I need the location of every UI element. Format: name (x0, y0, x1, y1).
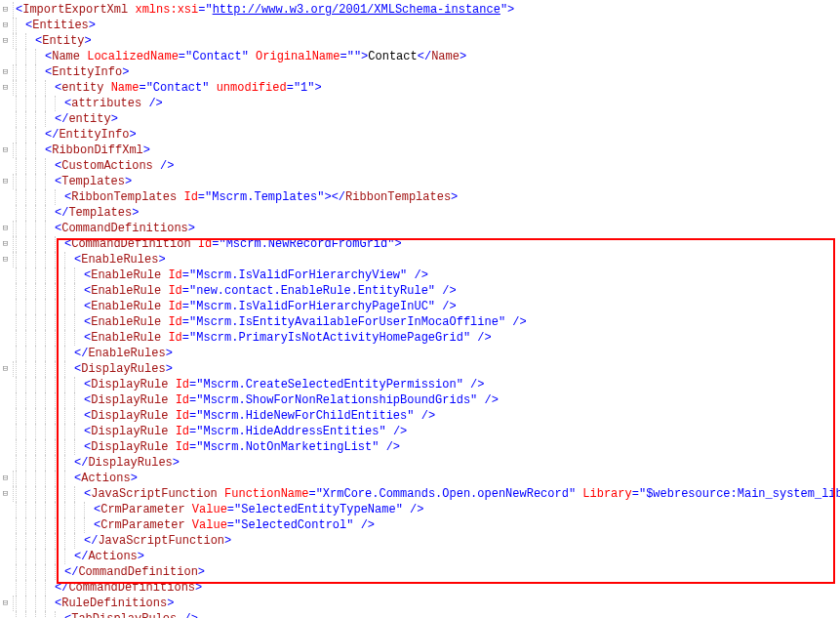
code-line: <attributes /> (0, 96, 840, 111)
xml-code-viewer: ⊟<ImportExportXml xmlns:xsi="http://www.… (0, 2, 840, 618)
fold-gutter[interactable]: ⊟ (0, 80, 14, 96)
code-line: </CommandDefinition> (0, 564, 840, 580)
code-line: <DisplayRule Id="Mscrm.HideNewForChildEn… (0, 408, 840, 424)
code-line: </Actions> (0, 549, 840, 564)
fold-gutter[interactable]: ⊟ (0, 33, 14, 49)
code-line: <EnableRule Id="Mscrm.IsValidForHierarch… (0, 268, 840, 283)
fold-gutter[interactable]: ⊟ (0, 174, 14, 189)
code-line: <EnableRule Id="Mscrm.IsValidForHierarch… (0, 299, 840, 314)
code-line: <RibbonTemplates Id="Mscrm.Templates"></… (0, 189, 840, 205)
code-line: <CrmParameter Value="SelectedEntityTypeN… (0, 502, 840, 517)
code-line: </DisplayRules> (0, 455, 840, 471)
fold-gutter[interactable]: ⊟ (0, 64, 14, 80)
code-line: <DisplayRule Id="Mscrm.ShowForNonRelatio… (0, 392, 840, 408)
fold-gutter[interactable]: ⊟ (0, 486, 14, 502)
fold-gutter[interactable]: ⊟ (0, 2, 14, 18)
code-line: </EntityInfo> (0, 127, 840, 143)
code-line: ⊟<EntityInfo> (0, 64, 840, 80)
code-line: <DisplayRule Id="Mscrm.HideAddressEntiti… (0, 424, 840, 439)
fold-gutter[interactable]: ⊟ (0, 18, 14, 33)
code-line: <EnableRule Id="new.contact.EnableRule.E… (0, 283, 840, 299)
fold-gutter[interactable]: ⊟ (0, 236, 14, 252)
code-line: <EnableRule Id="Mscrm.IsEntityAvailableF… (0, 314, 840, 330)
code-line: <CrmParameter Value="SelectedControl" /> (0, 517, 840, 533)
code-line: <DisplayRule Id="Mscrm.CreateSelectedEnt… (0, 377, 840, 392)
code-line: ⊟<Actions> (0, 471, 840, 486)
code-line: <CustomActions /> (0, 158, 840, 174)
code-line: ⊟<entity Name="Contact" unmodified="1"> (0, 80, 840, 96)
code-line: ⊟<Entities> (0, 18, 840, 33)
fold-gutter[interactable]: ⊟ (0, 143, 14, 158)
fold-gutter[interactable]: ⊟ (0, 596, 14, 611)
code-line: <TabDisplayRules /> (0, 611, 840, 618)
code-line: ⊟<Entity> (0, 33, 840, 49)
fold-gutter[interactable]: ⊟ (0, 252, 14, 268)
code-line: <EnableRule Id="Mscrm.PrimaryIsNotActivi… (0, 330, 840, 346)
fold-gutter[interactable]: ⊟ (0, 471, 14, 486)
code-line: </Templates> (0, 205, 840, 221)
code-line: </EnableRules> (0, 346, 840, 361)
fold-gutter[interactable]: ⊟ (0, 361, 14, 377)
code-line: ⊟<EnableRules> (0, 252, 840, 268)
code-line: ⊟<RibbonDiffXml> (0, 143, 840, 158)
code-line: <DisplayRule Id="Mscrm.NotOnMarketingLis… (0, 439, 840, 455)
code-line: <Name LocalizedName="Contact" OriginalNa… (0, 49, 840, 64)
code-line: </CommandDefinitions> (0, 580, 840, 596)
fold-gutter[interactable]: ⊟ (0, 221, 14, 236)
code-line: ⊟<CommandDefinition Id="Mscrm.NewRecordF… (0, 236, 840, 252)
code-line: ⊟<Templates> (0, 174, 840, 189)
code-line: ⊟<CommandDefinitions> (0, 221, 840, 236)
code-line: </entity> (0, 111, 840, 127)
code-line: </JavaScriptFunction> (0, 533, 840, 549)
code-line: ⊟<DisplayRules> (0, 361, 840, 377)
code-line: ⊟<ImportExportXml xmlns:xsi="http://www.… (0, 2, 840, 18)
code-line: ⊟<RuleDefinitions> (0, 596, 840, 611)
code-line: ⊟<JavaScriptFunction FunctionName="XrmCo… (0, 486, 840, 502)
